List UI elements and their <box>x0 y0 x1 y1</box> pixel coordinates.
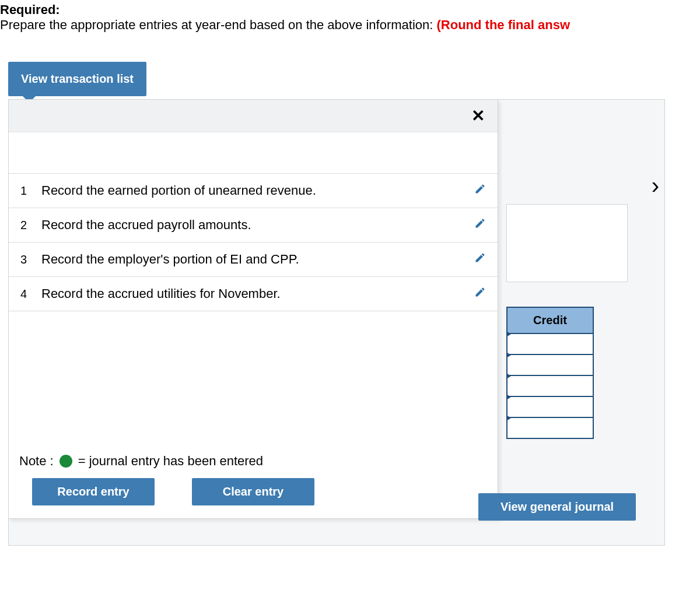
credit-header: Credit <box>506 307 594 334</box>
panel-header: ✕ <box>9 100 498 132</box>
view-transaction-list-tab[interactable]: View transaction list <box>8 62 146 96</box>
note-legend: Note : = journal entry has been entered <box>9 445 498 469</box>
note-text: = journal entry has been entered <box>78 454 263 469</box>
transaction-row[interactable]: 2 Record the accrued payroll amounts. <box>9 208 498 242</box>
transaction-description: Record the accrued utilities for Novembe… <box>41 286 468 301</box>
pencil-icon[interactable] <box>468 183 486 198</box>
transaction-number: 1 <box>20 184 41 198</box>
close-icon[interactable]: ✕ <box>471 106 485 125</box>
prompt-emphasis: (Round the final answ <box>436 17 570 32</box>
pencil-icon[interactable] <box>468 217 486 233</box>
record-entry-button[interactable]: Record entry <box>32 478 155 505</box>
tab-label: View transaction list <box>21 72 134 85</box>
pencil-icon[interactable] <box>468 286 486 301</box>
pencil-icon[interactable] <box>468 252 486 267</box>
credit-cell[interactable] <box>506 355 594 376</box>
required-label: Required: <box>0 2 60 17</box>
transaction-number: 2 <box>20 219 41 232</box>
record-entry-label: Record entry <box>57 485 129 498</box>
transaction-row[interactable]: 4 Record the accrued utilities for Novem… <box>9 276 498 311</box>
next-arrow-icon[interactable]: › <box>652 173 659 199</box>
transaction-description: Record the earned portion of unearned re… <box>41 183 468 198</box>
transaction-list-panel: ✕ 1 Record the earned portion of unearne… <box>8 99 498 519</box>
transaction-row[interactable]: 3 Record the employer's portion of EI an… <box>9 242 498 276</box>
credit-cell[interactable] <box>506 376 594 397</box>
transaction-row[interactable]: 1 Record the earned portion of unearned … <box>9 173 498 208</box>
transaction-number: 3 <box>20 253 41 266</box>
transaction-number: 4 <box>20 287 41 301</box>
entered-dot-icon <box>60 455 72 468</box>
clear-entry-label: Clear entry <box>223 485 284 498</box>
credit-cell[interactable] <box>506 418 594 439</box>
transaction-description: Record the accrued payroll amounts. <box>41 217 468 233</box>
note-label: Note : <box>19 454 54 469</box>
view-general-journal-button[interactable]: View general journal <box>478 493 636 521</box>
view-general-journal-label: View general journal <box>501 500 614 513</box>
prompt-text: Prepare the appropriate entries at year-… <box>0 17 436 32</box>
question-prompt: Required: Prepare the appropriate entrie… <box>0 0 700 33</box>
account-dropdown-placeholder[interactable] <box>506 204 628 282</box>
clear-entry-button[interactable]: Clear entry <box>192 478 314 505</box>
credit-cell[interactable] <box>506 334 594 355</box>
transaction-description: Record the employer's portion of EI and … <box>41 252 468 267</box>
transaction-list: 1 Record the earned portion of unearned … <box>9 173 498 311</box>
credit-cell[interactable] <box>506 397 594 418</box>
credit-column: Credit <box>506 307 594 439</box>
